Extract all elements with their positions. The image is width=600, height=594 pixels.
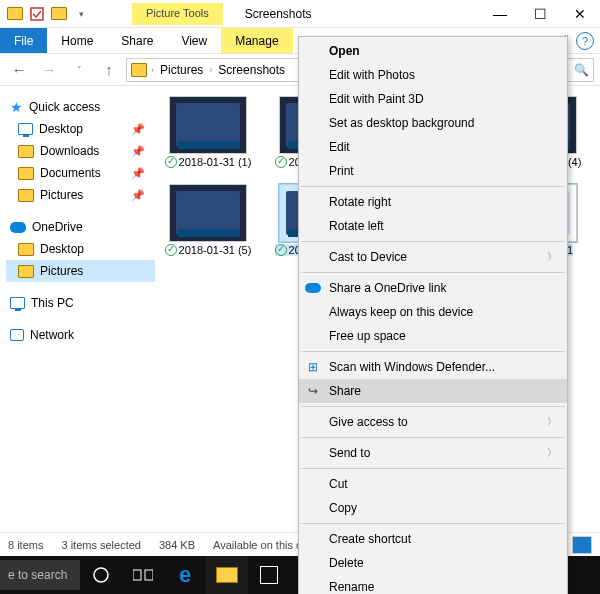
sidebar-item-downloads[interactable]: Downloads📌 [6, 140, 155, 162]
ctx-edit[interactable]: Edit [299, 135, 567, 159]
search-icon: 🔍 [574, 63, 589, 77]
sidebar-label: This PC [31, 296, 74, 310]
svg-rect-0 [31, 8, 43, 20]
ctx-label: Always keep on this device [329, 305, 473, 319]
ctx-delete[interactable]: Delete [299, 551, 567, 575]
ctx-copy[interactable]: Copy [299, 496, 567, 520]
qat-new-folder-icon[interactable] [48, 3, 70, 25]
pictures-icon [18, 189, 34, 202]
ctx-label: Rotate right [329, 195, 391, 209]
ctx-keep-device[interactable]: Always keep on this device [299, 300, 567, 324]
ctx-edit-photos[interactable]: Edit with Photos [299, 63, 567, 87]
file-explorer-icon[interactable] [206, 556, 248, 594]
breadcrumb-parent[interactable]: Pictures [158, 63, 205, 77]
search-placeholder: e to search [8, 568, 67, 582]
ctx-label: Copy [329, 501, 357, 515]
ctx-cut[interactable]: Cut [299, 472, 567, 496]
tab-view[interactable]: View [167, 28, 221, 53]
qat-dropdown-icon[interactable]: ▾ [70, 3, 92, 25]
svg-rect-3 [145, 570, 153, 580]
ctx-share-onedrive[interactable]: Share a OneDrive link [299, 276, 567, 300]
submenu-arrow-icon: 〉 [547, 446, 557, 460]
ctx-give-access[interactable]: Give access to〉 [299, 410, 567, 434]
cortana-icon[interactable] [80, 556, 122, 594]
ctx-label: Print [329, 164, 354, 178]
file-thumb[interactable]: 2018-01-31 (5) [161, 184, 255, 256]
ctx-cast-device[interactable]: Cast to Device〉 [299, 245, 567, 269]
ctx-rotate-left[interactable]: Rotate left [299, 214, 567, 238]
ctx-free-space[interactable]: Free up space [299, 324, 567, 348]
ctx-label: Edit with Photos [329, 68, 415, 82]
help-icon[interactable]: ? [576, 32, 594, 50]
minimize-button[interactable]: — [480, 0, 520, 28]
nav-recent-dropdown[interactable]: ˅ [66, 57, 92, 83]
onedrive-icon [10, 222, 26, 233]
sidebar-thispc[interactable]: This PC [6, 292, 155, 314]
desktop-icon [18, 123, 33, 135]
qat-folder-icon[interactable] [4, 3, 26, 25]
network-icon [10, 329, 24, 341]
maximize-button[interactable]: ☐ [520, 0, 560, 28]
tool-tab-label: Picture Tools [146, 8, 209, 19]
breadcrumb-current[interactable]: Screenshots [216, 63, 287, 77]
pin-icon: 📌 [131, 145, 145, 158]
sidebar-label: Pictures [40, 188, 83, 202]
sidebar-label: Pictures [40, 264, 83, 278]
nav-forward-button[interactable]: → [36, 57, 62, 83]
sidebar-label: Downloads [40, 144, 99, 158]
crumb-sep-icon[interactable]: › [209, 65, 212, 75]
ctx-rotate-right[interactable]: Rotate right [299, 190, 567, 214]
documents-icon [18, 167, 34, 180]
crumb-sep-icon[interactable]: › [151, 65, 154, 75]
ctx-edit-paint3d[interactable]: Edit with Paint 3D [299, 87, 567, 111]
ctx-separator [301, 523, 565, 524]
file-thumb[interactable]: 2018-01-31 (1) [161, 96, 255, 168]
tab-file[interactable]: File [0, 28, 47, 53]
ctx-label: Send to [329, 446, 370, 460]
qat-properties-icon[interactable] [26, 3, 48, 25]
ctx-set-background[interactable]: Set as desktop background [299, 111, 567, 135]
nav-back-button[interactable]: ← [6, 57, 32, 83]
store-icon[interactable] [248, 556, 290, 594]
sidebar-item-desktop[interactable]: Desktop📌 [6, 118, 155, 140]
status-item-count: 8 items [8, 539, 43, 551]
sidebar-label: Quick access [29, 100, 100, 114]
titlebar: ▾ Picture Tools Screenshots — ☐ ✕ [0, 0, 600, 28]
ctx-separator [301, 468, 565, 469]
sidebar-network[interactable]: Network [6, 324, 155, 346]
tab-share[interactable]: Share [107, 28, 167, 53]
pin-icon: 📌 [131, 123, 145, 136]
ctx-open[interactable]: Open [299, 39, 567, 63]
sidebar-onedrive[interactable]: OneDrive [6, 216, 155, 238]
ctx-label: Cast to Device [329, 250, 407, 264]
ctx-share[interactable]: ↪Share [299, 379, 567, 403]
nav-up-button[interactable]: ↑ [96, 57, 122, 83]
ctx-label: Share [329, 384, 361, 398]
quick-access-toolbar: ▾ [0, 3, 92, 25]
ctx-create-shortcut[interactable]: Create shortcut [299, 527, 567, 551]
tab-home[interactable]: Home [47, 28, 107, 53]
sidebar-item-od-pictures[interactable]: Pictures [6, 260, 155, 282]
picture-tools-tab[interactable]: Picture Tools [132, 3, 223, 25]
sidebar-quick-access[interactable]: ★Quick access [6, 96, 155, 118]
ctx-send-to[interactable]: Send to〉 [299, 441, 567, 465]
sidebar-item-documents[interactable]: Documents📌 [6, 162, 155, 184]
edge-icon[interactable]: e [164, 556, 206, 594]
ctx-print[interactable]: Print [299, 159, 567, 183]
status-selected: 3 items selected [61, 539, 140, 551]
ctx-label: Delete [329, 556, 364, 570]
sidebar-item-od-desktop[interactable]: Desktop [6, 238, 155, 260]
taskbar-search-input[interactable]: e to search [0, 560, 80, 590]
tab-manage[interactable]: Manage [221, 28, 292, 53]
task-view-icon[interactable] [122, 556, 164, 594]
ctx-separator [301, 186, 565, 187]
view-thumbnails-button[interactable] [572, 536, 592, 554]
ctx-defender[interactable]: ⊞Scan with Windows Defender... [299, 355, 567, 379]
close-button[interactable]: ✕ [560, 0, 600, 28]
ctx-label: Edit [329, 140, 350, 154]
window-title: Screenshots [245, 7, 312, 21]
sidebar-item-pictures[interactable]: Pictures📌 [6, 184, 155, 206]
ctx-rename[interactable]: Rename [299, 575, 567, 594]
ctx-separator [301, 272, 565, 273]
ctx-separator [301, 351, 565, 352]
